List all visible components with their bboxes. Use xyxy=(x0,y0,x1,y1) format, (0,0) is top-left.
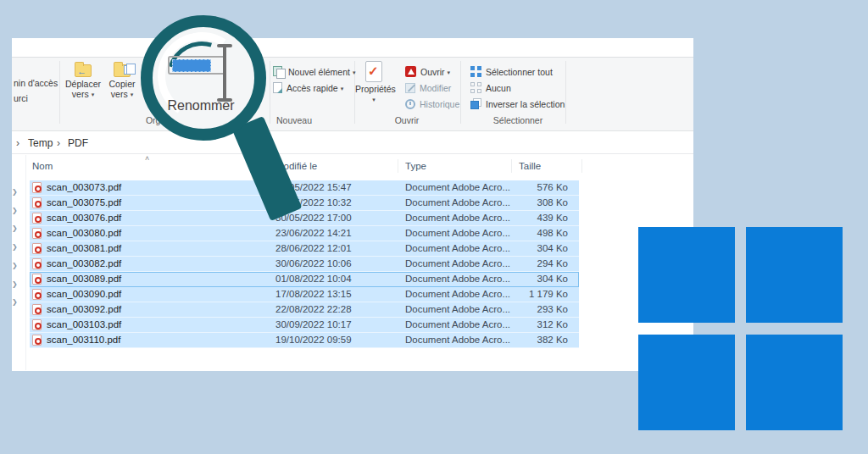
file-size: 382 Ko xyxy=(504,333,568,347)
pdf-file-icon xyxy=(32,243,42,254)
select-none-button[interactable]: Aucun xyxy=(470,80,511,96)
nav-expand-chevron-icon[interactable]: ❯ xyxy=(12,280,24,288)
file-modified-date: 30/09/2022 10:17 xyxy=(275,318,352,332)
quick-access-label: Accès rapide xyxy=(287,83,338,93)
open-button[interactable]: Ouvrir ▾ xyxy=(405,64,450,80)
open-label: Ouvrir xyxy=(420,67,445,77)
breadcrumb-chevron-icon[interactable]: › xyxy=(57,136,60,151)
file-type: Document Adobe Acro... xyxy=(405,302,510,317)
nav-expand-chevron-icon[interactable]: ❯ xyxy=(12,243,24,251)
file-name: scan_003081.pdf xyxy=(47,241,121,256)
group-separator xyxy=(59,61,60,124)
breadcrumb-item-pdf[interactable]: PDF xyxy=(68,136,88,151)
pdf-file-icon xyxy=(32,274,42,285)
windows-logo-square xyxy=(746,335,843,430)
file-size: 498 Ko xyxy=(504,226,568,241)
nav-expand-chevron-icon[interactable]: ❯ xyxy=(12,188,24,196)
group-separator xyxy=(270,61,270,124)
file-modified-date: 17/08/2022 13:15 xyxy=(275,287,352,302)
file-size: 308 Ko xyxy=(504,196,568,210)
quick-access-button[interactable]: Accès rapide ▾ xyxy=(273,80,343,96)
file-name: scan_003075.pdf xyxy=(47,196,121,210)
file-name: scan_003092.pdf xyxy=(47,302,121,317)
file-modified-date: 19/10/2022 09:59 xyxy=(275,333,352,347)
copy-to-label-line2: vers ▾ xyxy=(103,89,141,100)
column-header-nom[interactable]: Nom xyxy=(25,157,269,175)
breadcrumb-item-temp[interactable]: Temp xyxy=(28,136,53,151)
file-list-pane: ❯❯❯❯❯❯❯ ˄ Nom Modifié le Type Taille sca… xyxy=(12,155,693,371)
table-row[interactable]: scan_003082.pdf 30/06/2022 10:06 Documen… xyxy=(30,257,579,272)
history-button[interactable]: Historique xyxy=(405,97,459,112)
new-item-button[interactable]: Nouvel élément ▾ xyxy=(273,64,355,80)
file-modified-date: 23/06/2022 14:21 xyxy=(275,226,352,241)
table-row[interactable]: scan_003092.pdf 22/08/2022 22:28 Documen… xyxy=(30,302,579,318)
table-row[interactable]: scan_003076.pdf 30/05/2022 17:00 Documen… xyxy=(30,211,579,226)
column-header-type[interactable]: Type xyxy=(398,157,512,175)
clipped-label-paste-shortcut: urci xyxy=(14,93,28,103)
move-to-button[interactable]: ← Déplacer vers ▾ xyxy=(61,61,105,100)
table-row[interactable]: scan_003080.pdf 23/06/2022 14:21 Documen… xyxy=(30,226,579,241)
file-size: 294 Ko xyxy=(504,257,568,271)
pdf-file-icon xyxy=(32,213,42,224)
group-label-selectionner: Sélectionner xyxy=(467,115,569,125)
pdf-file-icon xyxy=(32,182,42,193)
select-none-label: Aucun xyxy=(486,83,511,93)
select-all-button[interactable]: Sélectionner tout xyxy=(470,64,553,80)
magnifier-lens: Renommer xyxy=(141,15,266,141)
table-row[interactable]: scan_003110.pdf 19/10/2022 09:59 Documen… xyxy=(30,333,579,348)
dropdown-caret: ▾ xyxy=(341,86,344,91)
explorer-window: nin d'accès urci ← Déplacer vers ▾ Copie… xyxy=(12,38,693,371)
nav-expand-chevron-icon[interactable]: ❯ xyxy=(12,262,24,269)
file-name: scan_003090.pdf xyxy=(47,287,121,302)
dropdown-caret: ▾ xyxy=(448,69,451,75)
nav-pane-divider xyxy=(25,155,26,370)
table-row[interactable]: scan_003090.pdf 17/08/2022 13:15 Documen… xyxy=(30,287,579,302)
nav-expand-chevron-icon[interactable]: ❯ xyxy=(12,207,24,214)
move-to-label-line1: Déplacer xyxy=(61,79,105,89)
quick-access-icon xyxy=(273,82,282,93)
windows-logo-square xyxy=(638,335,735,430)
table-row[interactable]: scan_003075.pdf 30/05/2022 10:32 Documen… xyxy=(30,196,579,211)
file-size: 304 Ko xyxy=(504,272,568,286)
file-modified-date: 22/08/2022 22:28 xyxy=(275,302,352,317)
file-type: Document Adobe Acro... xyxy=(405,180,510,195)
file-size: 304 Ko xyxy=(504,241,568,256)
dropdown-caret: ▾ xyxy=(131,91,134,97)
properties-label: Propriétés xyxy=(355,84,392,94)
file-size: 439 Ko xyxy=(504,211,568,225)
table-row[interactable]: scan_003081.pdf 28/06/2022 12:01 Documen… xyxy=(30,241,579,257)
column-header-taille[interactable]: Taille xyxy=(512,157,582,175)
rename-icon-selection xyxy=(172,59,211,72)
select-all-label: Sélectionner tout xyxy=(486,67,553,77)
move-to-label-line2: vers ▾ xyxy=(61,89,105,100)
file-modified-date: 01/08/2022 10:04 xyxy=(275,272,352,286)
invert-selection-button[interactable]: Inverser la sélection xyxy=(470,97,565,112)
group-label-ouvrir: Ouvrir xyxy=(356,115,458,125)
copy-to-button[interactable]: Copier vers ▾ xyxy=(103,61,141,100)
text-cursor-icon xyxy=(223,46,226,100)
file-name: scan_003076.pdf xyxy=(47,211,121,225)
nav-expand-chevron-icon[interactable]: ❯ xyxy=(12,298,24,306)
ribbon-toolbar: nin d'accès urci ← Déplacer vers ▾ Copie… xyxy=(12,58,693,131)
address-bar[interactable]: › Temp › PDF xyxy=(12,133,693,154)
clipped-label-copy-path: nin d'accès xyxy=(14,78,58,88)
table-row[interactable]: scan_003073.pdf 26/05/2022 15:47 Documen… xyxy=(30,180,579,196)
file-type: Document Adobe Acro... xyxy=(405,211,510,225)
title-bar xyxy=(12,38,693,58)
edit-icon xyxy=(405,83,415,93)
text-cursor-icon xyxy=(217,44,232,47)
edit-button[interactable]: Modifier xyxy=(405,80,451,96)
new-item-icon xyxy=(273,66,284,77)
file-name: scan_003080.pdf xyxy=(47,226,121,241)
table-row[interactable]: scan_003103.pdf 30/09/2022 10:17 Documen… xyxy=(30,318,579,333)
column-header-modifie[interactable]: Modifié le xyxy=(269,157,398,175)
table-row[interactable]: scan_003089.pdf 01/08/2022 10:04 Documen… xyxy=(30,272,579,287)
breadcrumb-chevron-icon[interactable]: › xyxy=(16,136,19,151)
rename-button-label[interactable]: Renommer xyxy=(153,98,249,114)
nav-expand-chevron-icon[interactable]: ❯ xyxy=(12,224,24,232)
pdf-file-icon xyxy=(32,335,42,346)
properties-button[interactable]: ✓ Propriétés ▾ xyxy=(355,61,392,105)
dropdown-caret: ▾ xyxy=(372,97,376,102)
windows-logo-square xyxy=(638,227,735,323)
file-size: 312 Ko xyxy=(504,318,568,332)
